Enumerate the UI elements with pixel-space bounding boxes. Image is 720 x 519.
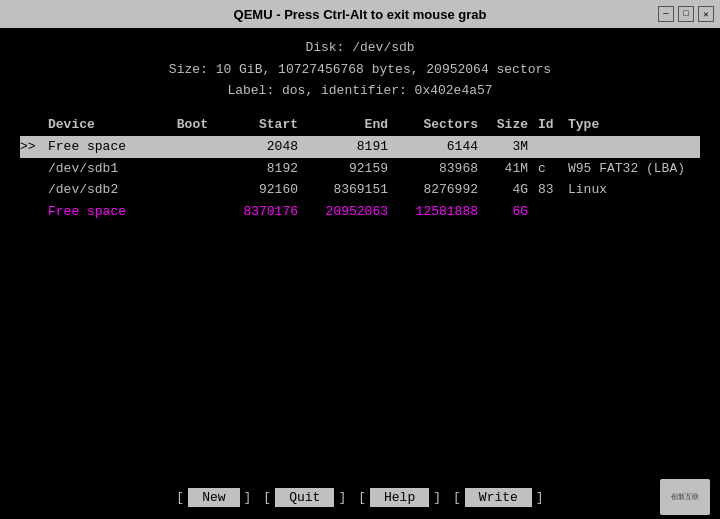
bracket-new-open: [	[176, 490, 184, 505]
row-type: W95 FAT32 (LBA)	[568, 159, 718, 179]
write-button[interactable]: Write	[465, 488, 532, 507]
titlebar-title: QEMU - Press Ctrl-Alt to exit mouse grab	[234, 7, 487, 22]
row-id	[538, 137, 568, 157]
row-end: 8191	[308, 137, 398, 157]
header-type: Type	[568, 115, 718, 135]
row-start: 92160	[218, 180, 308, 200]
partition-table: Device Boot Start End Sectors Size Id Ty…	[20, 113, 700, 223]
bracket-write-open: [	[453, 490, 461, 505]
titlebar: QEMU - Press Ctrl-Alt to exit mouse grab…	[0, 0, 720, 28]
row-size: 6G	[488, 202, 538, 222]
header-device: Device	[48, 115, 158, 135]
disk-line1: Disk: /dev/sdb	[20, 38, 700, 58]
new-button[interactable]: New	[188, 488, 239, 507]
row-arrow	[20, 159, 48, 179]
help-button[interactable]: Help	[370, 488, 429, 507]
bottom-area	[20, 222, 700, 472]
row-device: Free space	[48, 137, 158, 157]
row-size: 3M	[488, 137, 538, 157]
row-start: 8192	[218, 159, 308, 179]
row-sectors: 6144	[398, 137, 488, 157]
disk-line2: Size: 10 GiB, 10727456768 bytes, 2095206…	[20, 60, 700, 80]
row-sectors: 8276992	[398, 180, 488, 200]
quit-button[interactable]: Quit	[275, 488, 334, 507]
row-size: 4G	[488, 180, 538, 200]
row-device: Free space	[48, 202, 158, 222]
row-start: 8370176	[218, 202, 308, 222]
disk-info: Disk: /dev/sdb Size: 10 GiB, 10727456768…	[20, 36, 700, 103]
header-boot: Boot	[158, 115, 218, 135]
bracket-quit-open: [	[263, 490, 271, 505]
row-boot	[158, 180, 218, 200]
row-id	[538, 202, 568, 222]
terminal-area: Disk: /dev/sdb Size: 10 GiB, 10727456768…	[0, 28, 720, 480]
row-end: 8369151	[308, 180, 398, 200]
close-button[interactable]: ✕	[698, 6, 714, 22]
footer: [ New ] [ Quit ] [ Help ] [ Write ] 创新互联	[0, 480, 720, 519]
row-id: 83	[538, 180, 568, 200]
row-arrow	[20, 202, 48, 222]
table-row[interactable]: /dev/sdb1 8192 92159 83968 41M c W95 FAT…	[20, 158, 700, 180]
table-row[interactable]: Free space 8370176 20952063 12581888 6G	[20, 201, 700, 223]
row-boot	[158, 202, 218, 222]
table-header: Device Boot Start End Sectors Size Id Ty…	[20, 113, 700, 137]
row-id: c	[538, 159, 568, 179]
row-arrow	[20, 180, 48, 200]
bracket-new-close: ]	[244, 490, 252, 505]
header-start: Start	[218, 115, 308, 135]
header-id: Id	[538, 115, 568, 135]
row-sectors: 83968	[398, 159, 488, 179]
row-boot	[158, 159, 218, 179]
header-arrow	[20, 115, 48, 135]
row-type	[568, 202, 718, 222]
row-type	[568, 137, 718, 157]
maximize-button[interactable]: □	[678, 6, 694, 22]
row-end: 20952063	[308, 202, 398, 222]
bracket-help-close: ]	[433, 490, 441, 505]
row-device: /dev/sdb1	[48, 159, 158, 179]
row-arrow: >>	[20, 137, 48, 157]
bracket-help-open: [	[358, 490, 366, 505]
row-sectors: 12581888	[398, 202, 488, 222]
table-row[interactable]: /dev/sdb2 92160 8369151 8276992 4G 83 Li…	[20, 179, 700, 201]
watermark: 创新互联	[660, 479, 710, 515]
table-row[interactable]: >> Free space 2048 8191 6144 3M	[20, 136, 700, 158]
minimize-button[interactable]: ─	[658, 6, 674, 22]
header-end: End	[308, 115, 398, 135]
table-body: >> Free space 2048 8191 6144 3M /dev/sdb…	[20, 136, 700, 222]
header-size: Size	[488, 115, 538, 135]
bracket-quit-close: ]	[338, 490, 346, 505]
row-boot	[158, 137, 218, 157]
disk-line3: Label: dos, identifier: 0x402e4a57	[20, 81, 700, 101]
row-start: 2048	[218, 137, 308, 157]
row-type: Linux	[568, 180, 718, 200]
row-end: 92159	[308, 159, 398, 179]
header-sectors: Sectors	[398, 115, 488, 135]
bracket-write-close: ]	[536, 490, 544, 505]
row-device: /dev/sdb2	[48, 180, 158, 200]
row-size: 41M	[488, 159, 538, 179]
